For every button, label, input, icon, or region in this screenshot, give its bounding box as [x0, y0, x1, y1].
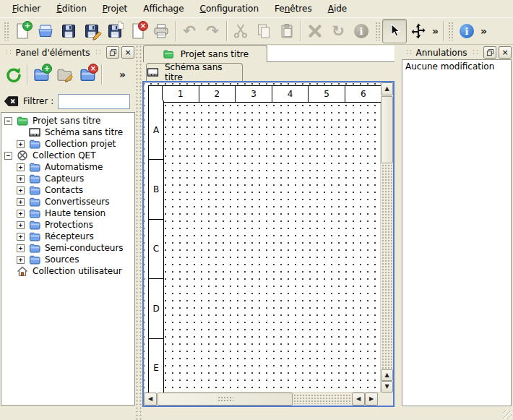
tab-schema-sans-titre[interactable]: Schéma sans titre	[146, 63, 243, 81]
expand-expander-icon[interactable]: +	[17, 175, 25, 183]
tree-item-label: Récepteurs	[45, 231, 94, 241]
tree-item-recepteurs[interactable]: +Récepteurs	[1, 231, 134, 242]
horizontal-scrollbar: ◀ ◀ ▶	[144, 393, 393, 406]
menu-aide[interactable]: Aide	[320, 1, 355, 16]
thumb-grip-icon	[217, 396, 233, 403]
about-info-button[interactable]: i	[455, 20, 478, 43]
expand-expander-icon[interactable]: +	[17, 187, 25, 194]
resize-grip[interactable]	[503, 410, 512, 419]
scissors-icon	[232, 22, 249, 40]
expand-expander-icon[interactable]: +	[17, 140, 25, 148]
undo-panel-titlebar: Annulations ×	[402, 46, 512, 59]
rotate-button[interactable]: ↻	[327, 20, 350, 43]
scroll-right-button[interactable]: ▶	[365, 393, 378, 406]
toolbar-overflow-chevron[interactable]: »	[478, 25, 489, 37]
toolbar-drag-handle[interactable]	[4, 22, 9, 40]
new-project-button[interactable]: +	[11, 20, 34, 43]
toolbar-overflow-chevron[interactable]: »	[430, 25, 441, 37]
copy-button[interactable]	[252, 20, 275, 43]
tree-item-sources[interactable]: +Sources	[1, 254, 134, 265]
tree-item-collection-qet[interactable]: −Collection QET	[1, 150, 134, 161]
element-info-button[interactable]: i	[350, 20, 373, 43]
diagram-canvas[interactable]: 1 2 3 4 5 6 A B C D E	[144, 82, 381, 393]
right-splitter[interactable]	[395, 45, 401, 420]
collapse-expander-icon[interactable]: −	[4, 117, 12, 125]
menu-affichage[interactable]: Affichage	[135, 1, 191, 16]
expand-expander-icon[interactable]: +	[17, 210, 25, 218]
horizontal-scroll-thumb[interactable]	[158, 393, 293, 406]
tree-item-convertisseurs[interactable]: +Convertisseurs	[1, 196, 134, 207]
new-category-button[interactable]: +	[30, 63, 53, 86]
toolbar-drag-handle[interactable]	[375, 22, 380, 40]
scroll-down-button[interactable]: ▼	[381, 381, 393, 393]
menu-edition[interactable]: Édition	[48, 1, 95, 16]
undo-button[interactable]: ↶	[178, 20, 201, 43]
select-mode-button[interactable]	[382, 19, 407, 43]
vertical-scroll-channel[interactable]	[381, 164, 392, 369]
pan-mode-button[interactable]	[407, 20, 430, 43]
folder-icon	[29, 173, 42, 184]
menu-fichier[interactable]: Fichier	[4, 1, 48, 16]
vertical-scroll-thumb[interactable]	[381, 96, 393, 163]
menubar: Fichier Édition Projet Affichage Configu…	[0, 0, 513, 17]
expand-expander-icon[interactable]: +	[17, 198, 25, 206]
save-all-button[interactable]	[103, 20, 126, 43]
row-header: B	[148, 159, 164, 219]
scroll-up-button[interactable]: ▲	[381, 82, 393, 95]
expand-expander-icon[interactable]: +	[17, 233, 25, 241]
tree-item-contacts[interactable]: +Contacts	[1, 184, 134, 196]
tree-item-collection-projet[interactable]: +Collection projet	[1, 138, 134, 150]
scroll-left-button[interactable]: ◀	[144, 393, 157, 406]
float-panel-button[interactable]	[106, 46, 119, 59]
elements-panel-title: Panel d'éléments	[14, 48, 92, 58]
page-icon	[116, 21, 125, 30]
tree-item-schema-sans-titre[interactable]: Schéma sans titre	[1, 127, 134, 138]
scroll-left-button-right[interactable]: ◀	[352, 393, 365, 406]
reload-collections-button[interactable]	[1, 63, 25, 86]
menu-projet[interactable]: Projet	[95, 1, 135, 16]
filter-input[interactable]	[58, 94, 130, 109]
toolbar-drag-handle[interactable]	[448, 22, 453, 40]
horizontal-scroll-channel[interactable]	[293, 394, 351, 404]
edit-category-button[interactable]	[53, 63, 76, 86]
tree-item-semi-conducteurs[interactable]: +Semi-conducteurs	[1, 242, 134, 254]
tree-item-collection-utilisateur[interactable]: Collection utilisateur	[1, 265, 134, 277]
menu-fenetres[interactable]: Fenêtres	[267, 1, 320, 16]
save-as-button[interactable]	[80, 20, 103, 43]
float-panel-button[interactable]	[483, 46, 496, 59]
tree-item-protections[interactable]: +Protections	[1, 219, 134, 231]
open-project-button[interactable]	[34, 20, 57, 43]
cut-button[interactable]	[229, 20, 252, 43]
tree-item-projet-sans-titre[interactable]: −Projet sans titre	[1, 115, 134, 127]
close-panel-button[interactable]: ×	[121, 46, 134, 59]
cross-badge-icon: ×	[138, 21, 148, 31]
cursor-arrow-icon	[386, 22, 403, 40]
grid-dots	[144, 82, 381, 393]
tree-item-label: Protections	[45, 220, 93, 230]
expand-expander-icon[interactable]: +	[17, 221, 25, 229]
menu-configuration[interactable]: Configuration	[192, 1, 267, 16]
scroll-up-button-bottom[interactable]: ▲	[381, 369, 393, 381]
delete-button[interactable]	[303, 20, 327, 43]
panel-overflow-chevron[interactable]: »	[117, 69, 128, 80]
expand-expander-icon[interactable]: +	[17, 256, 25, 264]
tree-item-label: Sources	[45, 254, 79, 265]
expand-expander-icon[interactable]: +	[17, 244, 25, 252]
tree-item-automatisme[interactable]: +Automatisme	[1, 161, 134, 173]
print-button[interactable]	[150, 20, 173, 43]
close-document-button[interactable]: ×	[126, 20, 150, 43]
delete-category-button[interactable]: ×	[76, 63, 99, 86]
tree-item-label: Haute tension	[45, 208, 105, 218]
tree-item-haute-tension[interactable]: +Haute tension	[1, 207, 134, 219]
close-panel-button[interactable]: ×	[499, 46, 512, 59]
undo-list-item[interactable]: Aucune modification	[402, 60, 511, 73]
redo-button[interactable]: ↷	[201, 20, 224, 43]
collapse-expander-icon[interactable]: −	[4, 152, 12, 160]
clear-filter-icon[interactable]	[4, 95, 19, 107]
expand-expander-icon[interactable]: +	[17, 163, 25, 171]
left-splitter[interactable]	[135, 45, 142, 420]
paste-button[interactable]	[275, 20, 298, 43]
save-button[interactable]	[57, 20, 80, 43]
tab-projet-sans-titre[interactable]: Projet sans titre	[143, 45, 267, 62]
tree-item-capteurs[interactable]: +Capteurs	[1, 173, 134, 184]
